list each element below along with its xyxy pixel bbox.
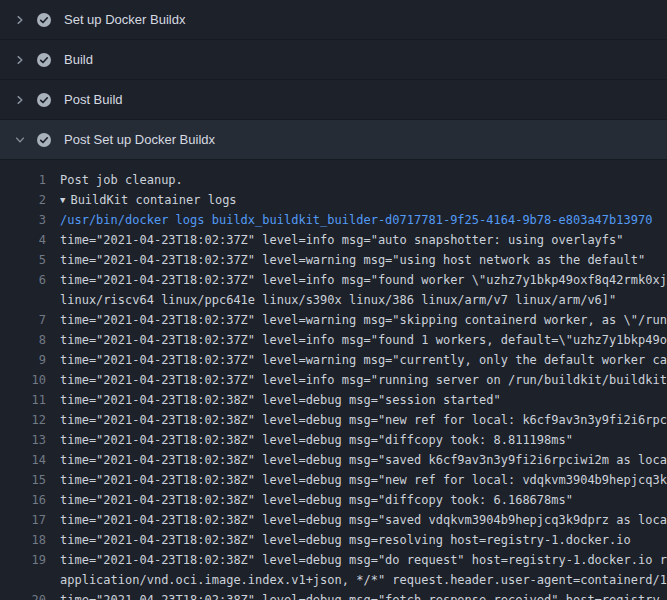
log-line: 19time="2021-04-23T18:02:38Z" level=debu… bbox=[0, 550, 667, 570]
log-line-number[interactable]: 17 bbox=[0, 510, 46, 530]
log-line: 15time="2021-04-23T18:02:38Z" level=debu… bbox=[0, 470, 667, 490]
step-header-build[interactable]: Build bbox=[0, 40, 667, 80]
log-text: time="2021-04-23T18:02:38Z" level=debug … bbox=[60, 530, 667, 550]
log-line: 18time="2021-04-23T18:02:38Z" level=debu… bbox=[0, 530, 667, 550]
log-line-number[interactable]: 11 bbox=[0, 390, 46, 410]
log-text: time="2021-04-23T18:02:37Z" level=warnin… bbox=[60, 250, 667, 270]
log-line-number[interactable]: 7 bbox=[0, 310, 46, 330]
steps-list: Set up Docker BuildxBuildPost BuildPost … bbox=[0, 0, 667, 160]
log-text: Post job cleanup. bbox=[60, 170, 667, 190]
log-line-number[interactable]: 15 bbox=[0, 470, 46, 490]
log-text: linux/riscv64 linux/ppc641e linux/s390x … bbox=[60, 290, 667, 310]
log-text: time="2021-04-23T18:02:38Z" level=debug … bbox=[60, 590, 667, 600]
log-text: time="2021-04-23T18:02:38Z" level=debug … bbox=[60, 510, 667, 530]
step-title: Post Set up Docker Buildx bbox=[64, 132, 215, 147]
check-circle-icon bbox=[36, 132, 52, 148]
check-circle-icon bbox=[36, 92, 52, 108]
log-line: 10time="2021-04-23T18:02:37Z" level=info… bbox=[0, 370, 667, 390]
log-line: 3/usr/bin/docker logs buildx_buildkit_bu… bbox=[0, 210, 667, 230]
step-title: Set up Docker Buildx bbox=[64, 12, 185, 27]
log-line: 7time="2021-04-23T18:02:37Z" level=warni… bbox=[0, 310, 667, 330]
log-text: time="2021-04-23T18:02:37Z" level=info m… bbox=[60, 230, 667, 250]
log-group-toggle[interactable]: ▼BuildKit container logs bbox=[60, 190, 667, 210]
log-line: 8time="2021-04-23T18:02:37Z" level=info … bbox=[0, 330, 667, 350]
step-title: Post Build bbox=[64, 92, 123, 107]
log-text: time="2021-04-23T18:02:37Z" level=warnin… bbox=[60, 350, 667, 370]
log-line: 16time="2021-04-23T18:02:38Z" level=debu… bbox=[0, 490, 667, 510]
log-line-number[interactable]: 19 bbox=[0, 550, 46, 570]
log-text: time="2021-04-23T18:02:38Z" level=debug … bbox=[60, 430, 667, 450]
log-command-text: /usr/bin/docker logs buildx_buildkit_bui… bbox=[60, 210, 667, 230]
log-line-number bbox=[0, 290, 46, 310]
log-line-number[interactable]: 16 bbox=[0, 490, 46, 510]
log-line-number[interactable]: 4 bbox=[0, 230, 46, 250]
log-line: 11time="2021-04-23T18:02:38Z" level=debu… bbox=[0, 390, 667, 410]
log-line-number[interactable]: 1 bbox=[0, 170, 46, 190]
log-line-number[interactable]: 6 bbox=[0, 270, 46, 290]
log-group-label: BuildKit container logs bbox=[70, 193, 236, 207]
step-header-set-up-docker-buildx[interactable]: Set up Docker Buildx bbox=[0, 0, 667, 40]
step-header-post-set-up-docker-buildx[interactable]: Post Set up Docker Buildx bbox=[0, 120, 667, 160]
step-title: Build bbox=[64, 52, 93, 67]
log-line-number[interactable]: 18 bbox=[0, 530, 46, 550]
step-header-post-build[interactable]: Post Build bbox=[0, 80, 667, 120]
log-line-number bbox=[0, 570, 46, 590]
log-text: time="2021-04-23T18:02:38Z" level=debug … bbox=[60, 470, 667, 490]
log-text: time="2021-04-23T18:02:37Z" level=info m… bbox=[60, 270, 667, 290]
log-line: 12time="2021-04-23T18:02:38Z" level=debu… bbox=[0, 410, 667, 430]
log-area[interactable]: 1Post job cleanup.2▼BuildKit container l… bbox=[0, 160, 667, 600]
log-line-number[interactable]: 5 bbox=[0, 250, 46, 270]
log-text: time="2021-04-23T18:02:38Z" level=debug … bbox=[60, 410, 667, 430]
log-text: application/vnd.oci.image.index.v1+json,… bbox=[60, 570, 667, 590]
log-text: time="2021-04-23T18:02:37Z" level=warnin… bbox=[60, 310, 667, 330]
log-line: 6time="2021-04-23T18:02:37Z" level=info … bbox=[0, 270, 667, 290]
check-circle-icon bbox=[36, 12, 52, 28]
check-circle-icon bbox=[36, 52, 52, 68]
log-line: 20time="2021-04-23T18:02:38Z" level=debu… bbox=[0, 590, 667, 600]
log-line: 5time="2021-04-23T18:02:37Z" level=warni… bbox=[0, 250, 667, 270]
log-line: 17time="2021-04-23T18:02:38Z" level=debu… bbox=[0, 510, 667, 530]
chevron-down-icon bbox=[12, 132, 28, 148]
log-line: 13time="2021-04-23T18:02:38Z" level=debu… bbox=[0, 430, 667, 450]
triangle-down-icon: ▼ bbox=[60, 190, 65, 210]
log-text: time="2021-04-23T18:02:38Z" level=debug … bbox=[60, 550, 667, 570]
log-line: 4time="2021-04-23T18:02:37Z" level=info … bbox=[0, 230, 667, 250]
log-line-number[interactable]: 14 bbox=[0, 450, 46, 470]
log-line-number[interactable]: 12 bbox=[0, 410, 46, 430]
log-line: 2▼BuildKit container logs bbox=[0, 190, 667, 210]
chevron-right-icon bbox=[12, 92, 28, 108]
log-text: time="2021-04-23T18:02:38Z" level=debug … bbox=[60, 490, 667, 510]
log-line-continuation: application/vnd.oci.image.index.v1+json,… bbox=[0, 570, 667, 590]
log-text: time="2021-04-23T18:02:37Z" level=info m… bbox=[60, 370, 667, 390]
log-line-number[interactable]: 2 bbox=[0, 190, 46, 210]
log-line-number[interactable]: 13 bbox=[0, 430, 46, 450]
chevron-right-icon bbox=[12, 52, 28, 68]
log-line-number[interactable]: 20 bbox=[0, 590, 46, 600]
log-text: time="2021-04-23T18:02:38Z" level=debug … bbox=[60, 450, 667, 470]
log-line-number[interactable]: 10 bbox=[0, 370, 46, 390]
log-text: time="2021-04-23T18:02:37Z" level=info m… bbox=[60, 330, 667, 350]
log-line-continuation: linux/riscv64 linux/ppc641e linux/s390x … bbox=[0, 290, 667, 310]
log-line-number[interactable]: 8 bbox=[0, 330, 46, 350]
log-line: 9time="2021-04-23T18:02:37Z" level=warni… bbox=[0, 350, 667, 370]
log-line-number[interactable]: 9 bbox=[0, 350, 46, 370]
log-line: 1Post job cleanup. bbox=[0, 170, 667, 190]
log-line-number[interactable]: 3 bbox=[0, 210, 46, 230]
chevron-right-icon bbox=[12, 12, 28, 28]
log-text: time="2021-04-23T18:02:38Z" level=debug … bbox=[60, 390, 667, 410]
log-line: 14time="2021-04-23T18:02:38Z" level=debu… bbox=[0, 450, 667, 470]
